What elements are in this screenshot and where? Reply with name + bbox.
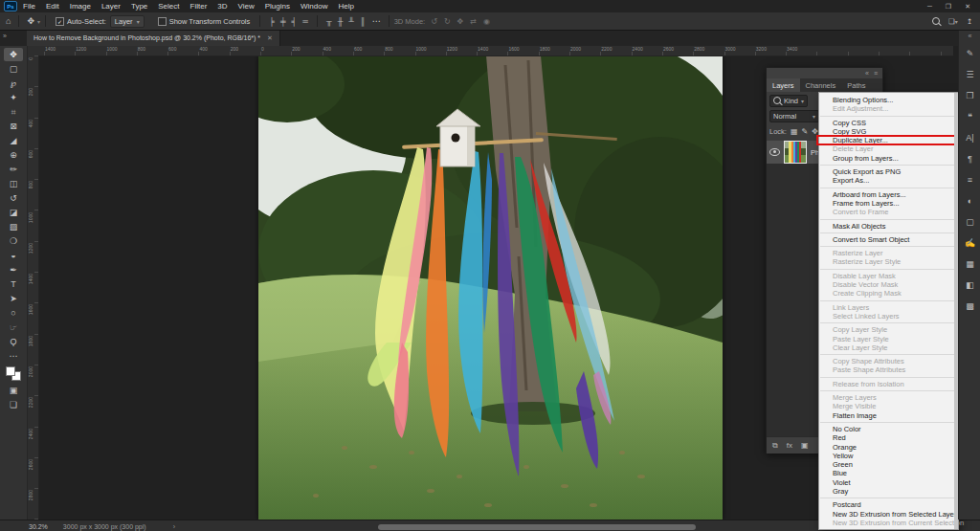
menu-item-yellow[interactable]: Yellow (819, 452, 958, 460)
dock-collapse-icon[interactable]: « (969, 33, 972, 39)
menu-item-flatten-image[interactable]: Flatten Image (819, 411, 958, 420)
distribute-vertical-icon[interactable]: ║ (360, 17, 366, 26)
properties-panel-icon[interactable]: ≡ (962, 171, 978, 188)
status-menu-arrow-icon[interactable]: › (173, 523, 175, 530)
menu-item-artboard-from-layers[interactable]: Artboard from Layers... (819, 190, 958, 199)
menu-item-quick-export-as-png[interactable]: Quick Export as PNG (819, 167, 958, 176)
dodge-tool[interactable]: ◒ (4, 249, 23, 262)
brush-tool[interactable]: ✏ (4, 163, 23, 176)
lock-transparency-icon[interactable]: ▦ (791, 127, 798, 136)
move-tool-icon[interactable]: ✥ (27, 16, 34, 26)
tab-channels[interactable]: Channels (800, 78, 842, 92)
menu-bar-item[interactable]: Edit (46, 2, 59, 11)
gradients-panel-icon[interactable]: ◧ (962, 277, 978, 293)
minimize-button[interactable]: ─ (927, 3, 932, 11)
link-layers-icon[interactable]: ⧉ (772, 441, 778, 451)
home-icon[interactable]: ⌂ (6, 16, 11, 26)
character-panel-icon[interactable]: A| (962, 129, 978, 145)
comments-panel-icon[interactable]: ❝ (962, 108, 978, 124)
clone-stamp-tool[interactable]: ◫ (4, 177, 23, 190)
menu-bar-item[interactable]: Type (131, 2, 147, 11)
object-selection-tool[interactable]: ✦ (4, 91, 23, 104)
menu-item-orange[interactable]: Orange (819, 443, 958, 452)
tab-layers[interactable]: Layers (767, 78, 800, 92)
frame-tool[interactable]: ⊠ (4, 120, 23, 133)
spot-healing-brush-tool[interactable]: ⊕ (4, 148, 23, 162)
brush-settings-panel-icon[interactable]: ☰ (962, 66, 978, 82)
align-bottom-edges-icon[interactable]: ╨ (348, 17, 354, 26)
layers-panel-header[interactable]: « ≡ (767, 68, 882, 78)
menu-item-gray[interactable]: Gray (819, 487, 958, 496)
menu-bar-item[interactable]: Window (301, 2, 327, 11)
auto-select-checkbox[interactable]: ✓ (56, 17, 64, 26)
shape-tool[interactable]: ○ (4, 306, 23, 320)
panel-menu-icon[interactable]: ≡ (874, 70, 878, 77)
history-panel-icon[interactable]: ✍ (962, 234, 978, 251)
menu-bar-item[interactable]: Filter (190, 2, 208, 11)
align-top-edges-icon[interactable]: ╥ (326, 17, 332, 26)
panel-collapse-icon[interactable]: « (865, 70, 869, 77)
patterns-panel-icon[interactable]: ▩ (962, 298, 978, 314)
restore-button[interactable]: ❐ (946, 3, 951, 11)
layer-effects-icon[interactable]: fx (787, 441, 792, 450)
add-layer-mask-icon[interactable]: ▣ (801, 441, 809, 450)
menu-bar-item[interactable]: Layer (101, 2, 121, 11)
align-horizontal-centers-icon[interactable]: ╪ (280, 17, 286, 26)
filter-kind-dropdown[interactable]: Kind ▾ (769, 95, 808, 107)
crop-tool[interactable]: ⌗ (4, 105, 23, 119)
lock-position-icon[interactable]: ✥ (812, 127, 818, 136)
eraser-tool[interactable]: ◪ (4, 206, 23, 219)
menu-bar-item[interactable]: 3D (217, 2, 227, 11)
tab-paths[interactable]: Paths (841, 78, 871, 92)
quick-mask-button[interactable]: ▣ (4, 384, 23, 397)
search-icon[interactable] (932, 17, 940, 25)
rectangular-marquee-tool[interactable]: ▢ (4, 62, 23, 76)
menu-item-violet[interactable]: Violet (819, 478, 958, 487)
workspace-switcher-icon[interactable]: ❏▾ (948, 17, 958, 26)
tab-close-icon[interactable]: ✕ (267, 34, 273, 42)
tool-preset-chevron-icon[interactable]: ▾ (37, 18, 40, 25)
gradient-tool[interactable]: ▨ (4, 220, 23, 233)
menu-item-convert-to-smart-object[interactable]: Convert to Smart Object (819, 235, 958, 244)
more-options-icon[interactable]: ⋯ (372, 16, 381, 26)
distribute-horizontal-icon[interactable]: ═ (302, 17, 308, 26)
path-selection-tool[interactable]: ➤ (4, 292, 23, 305)
menu-item-new-3d-extrusion-from-selected-layer[interactable]: New 3D Extrusion from Selected Layer (819, 510, 958, 519)
eyedropper-tool[interactable]: ◢ (4, 134, 23, 147)
toolbar-collapse-icon[interactable]: » (3, 33, 7, 39)
screen-mode-button[interactable]: ❏ (4, 398, 23, 411)
share-icon[interactable]: ↥ (967, 17, 972, 26)
brushes-panel-icon[interactable]: ✎ (962, 45, 978, 61)
menu-bar-item[interactable]: Plugins (265, 2, 290, 11)
close-button[interactable]: ✕ (965, 3, 970, 11)
hand-tool[interactable]: ☞ (4, 321, 23, 334)
color-swatches[interactable] (6, 366, 21, 381)
edit-toolbar-icon[interactable]: ⋯ (4, 349, 23, 363)
menu-bar-item[interactable]: Help (338, 2, 353, 11)
menu-item-blue[interactable]: Blue (819, 469, 958, 477)
timeline-panel-icon[interactable]: ▦ (962, 255, 978, 272)
layer-visibility-eye-icon[interactable] (769, 148, 780, 156)
document-canvas[interactable] (258, 55, 723, 520)
zoom-tool[interactable]: Ϙ (4, 335, 23, 348)
menu-item-copy-css[interactable]: Copy CSS (819, 119, 958, 127)
auto-select-target-dropdown[interactable]: Layer ▾ (110, 15, 145, 28)
horizontal-scrollbar-thumb[interactable] (378, 524, 696, 530)
lasso-tool[interactable]: ℘ (4, 77, 23, 90)
menu-item-frame-from-layers[interactable]: Frame from Layers... (819, 199, 958, 208)
menu-item-copy-svg[interactable]: Copy SVG (819, 127, 958, 136)
menu-item-mask-all-objects[interactable]: Mask All Objects (819, 222, 958, 231)
type-tool[interactable]: T (4, 277, 23, 291)
align-left-edges-icon[interactable]: ╞ (269, 17, 275, 26)
menu-bar-item[interactable]: View (238, 2, 255, 11)
lock-pixels-icon[interactable]: ✎ (802, 127, 809, 136)
menu-bar-item[interactable]: Select (158, 2, 179, 11)
libraries-panel-icon[interactable]: ❐ (962, 87, 978, 103)
menu-item-green[interactable]: Green (819, 460, 958, 469)
move-tool[interactable]: ✥ (4, 48, 23, 61)
blend-mode-dropdown[interactable]: Normal ▾ (769, 110, 819, 122)
menu-item-blending-options[interactable]: Blending Options... (819, 96, 958, 104)
info-panel-icon[interactable]: ▢ (962, 213, 978, 230)
menu-item-export-as[interactable]: Export As... (819, 176, 958, 185)
blur-tool[interactable]: ❍ (4, 234, 23, 248)
